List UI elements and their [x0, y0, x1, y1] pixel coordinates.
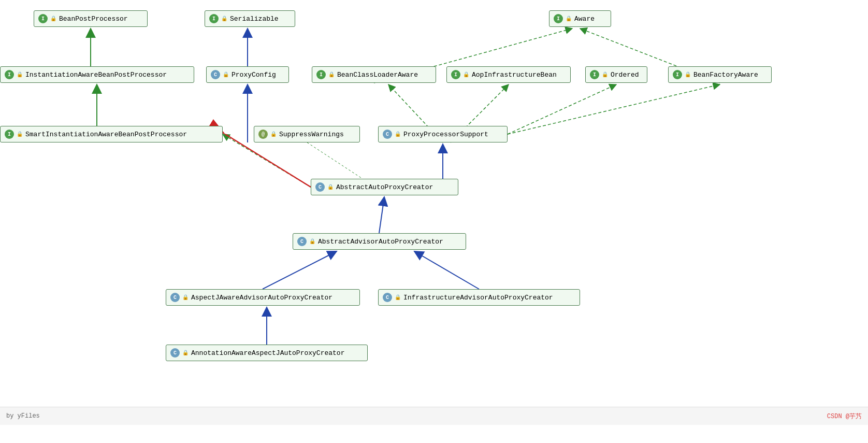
node-InfrastructureAdvisorAutoProxyCreator[interactable]: C🔒InfrastructureAdvisorAutoProxyCreator	[378, 289, 580, 306]
label-AspectJAwareAdvisorAutoProxyCreator: AspectJAwareAdvisorAutoProxyCreator	[191, 294, 332, 302]
label-AnnotationAwareAspectJAutoProxyCreator: AnnotationAwareAspectJAutoProxyCreator	[191, 349, 344, 357]
badge-InstantiationAwareBeanPostProcessor: I	[5, 70, 14, 79]
label-Ordered: Ordered	[611, 71, 639, 79]
label-BeanClassLoaderAware: BeanClassLoaderAware	[337, 71, 418, 79]
lock-icon-SmartInstantiationAwareBeanPostProcessor: 🔒	[17, 131, 23, 137]
label-ProxyConfig: ProxyConfig	[232, 71, 276, 79]
badge-AspectJAwareAdvisorAutoProxyCreator: C	[170, 293, 180, 302]
node-InstantiationAwareBeanPostProcessor[interactable]: I🔒InstantiationAwareBeanPostProcessor	[0, 66, 194, 83]
badge-Aware: I	[554, 14, 563, 23]
lock-icon-Aware: 🔒	[566, 16, 572, 22]
label-Serializable: Serializable	[230, 15, 279, 23]
badge-BeanFactoryAware: I	[673, 70, 682, 79]
label-ProxyProcessorSupport: ProxyProcessorSupport	[403, 131, 488, 138]
svg-line-20	[414, 251, 479, 289]
label-AbstractAutoProxyCreator: AbstractAutoProxyCreator	[336, 183, 433, 191]
label-SuppressWarnings: SuppressWarnings	[279, 131, 344, 138]
diagram-container: I🔒BeanPostProcessorI🔒SerializableI🔒Aware…	[0, 0, 868, 425]
label-AopInfrastructureBean: AopInfrastructureBean	[472, 71, 557, 79]
footer-right: CSDN @芋艿	[827, 412, 862, 421]
label-InfrastructureAdvisorAutoProxyCreator: InfrastructureAdvisorAutoProxyCreator	[403, 294, 553, 302]
badge-AopInfrastructureBean: I	[451, 70, 460, 79]
arrows-svg	[0, 0, 868, 425]
lock-icon-Ordered: 🔒	[602, 72, 608, 78]
node-AbstractAutoProxyCreator[interactable]: C🔒AbstractAutoProxyCreator	[311, 179, 458, 195]
lock-icon-InfrastructureAdvisorAutoProxyCreator: 🔒	[395, 294, 401, 301]
label-Aware: Aware	[574, 15, 595, 23]
lock-icon-AspectJAwareAdvisorAutoProxyCreator: 🔒	[182, 294, 189, 301]
node-AopInfrastructureBean[interactable]: I🔒AopInfrastructureBean	[446, 66, 571, 83]
badge-InfrastructureAdvisorAutoProxyCreator: C	[383, 293, 392, 302]
badge-AnnotationAwareAspectJAutoProxyCreator: C	[170, 348, 180, 358]
badge-SmartInstantiationAwareBeanPostProcessor: I	[5, 130, 14, 139]
badge-ProxyProcessorSupport: C	[383, 130, 392, 139]
lock-icon-BeanFactoryAware: 🔒	[685, 72, 691, 78]
node-SuppressWarnings[interactable]: @🔒SuppressWarnings	[254, 126, 360, 142]
lock-icon-AbstractAutoProxyCreator: 🔒	[327, 184, 334, 190]
lock-icon-BeanPostProcessor: 🔒	[50, 16, 56, 22]
svg-line-19	[263, 251, 337, 289]
node-AnnotationAwareAspectJAutoProxyCreator[interactable]: C🔒AnnotationAwareAspectJAutoProxyCreator	[166, 345, 368, 361]
lock-icon-AbstractAdvisorAutoProxyCreator: 🔒	[309, 238, 315, 245]
node-ProxyConfig[interactable]: C🔒ProxyConfig	[206, 66, 289, 83]
node-AspectJAwareAdvisorAutoProxyCreator[interactable]: C🔒AspectJAwareAdvisorAutoProxyCreator	[166, 289, 360, 306]
badge-Serializable: I	[209, 14, 219, 23]
node-AbstractAdvisorAutoProxyCreator[interactable]: C🔒AbstractAdvisorAutoProxyCreator	[293, 233, 466, 250]
lock-icon-ProxyProcessorSupport: 🔒	[395, 131, 401, 137]
label-InstantiationAwareBeanPostProcessor: InstantiationAwareBeanPostProcessor	[25, 71, 167, 79]
svg-line-12	[508, 84, 616, 134]
node-SmartInstantiationAwareBeanPostProcessor[interactable]: I🔒SmartInstantiationAwareBeanPostProcess…	[0, 126, 223, 142]
badge-AbstractAdvisorAutoProxyCreator: C	[297, 237, 307, 246]
badge-SuppressWarnings: @	[258, 130, 268, 139]
node-Serializable[interactable]: I🔒Serializable	[205, 10, 295, 27]
svg-line-14	[307, 142, 363, 179]
node-Ordered[interactable]: I🔒Ordered	[585, 66, 647, 83]
badge-ProxyConfig: C	[211, 70, 220, 79]
lock-icon-ProxyConfig: 🔒	[223, 72, 229, 78]
node-BeanFactoryAware[interactable]: I🔒BeanFactoryAware	[668, 66, 772, 83]
lock-icon-AnnotationAwareAspectJAutoProxyCreator: 🔒	[182, 350, 189, 356]
node-ProxyProcessorSupport[interactable]: C🔒ProxyProcessorSupport	[378, 126, 508, 142]
label-BeanFactoryAware: BeanFactoryAware	[693, 71, 758, 79]
node-BeanPostProcessor[interactable]: I🔒BeanPostProcessor	[34, 10, 148, 27]
badge-BeanPostProcessor: I	[38, 14, 48, 23]
badge-Ordered: I	[590, 70, 599, 79]
svg-line-18	[379, 197, 384, 233]
lock-icon-AopInfrastructureBean: 🔒	[463, 72, 469, 78]
label-SmartInstantiationAwareBeanPostProcessor: SmartInstantiationAwareBeanPostProcessor	[25, 131, 187, 138]
badge-BeanClassLoaderAware: I	[316, 70, 326, 79]
label-BeanPostProcessor: BeanPostProcessor	[59, 15, 128, 23]
node-BeanClassLoaderAware[interactable]: I🔒BeanClassLoaderAware	[312, 66, 436, 83]
lock-icon-Serializable: 🔒	[221, 16, 227, 22]
label-AbstractAdvisorAutoProxyCreator: AbstractAdvisorAutoProxyCreator	[318, 238, 443, 246]
footer-left: by yFiles	[6, 412, 40, 420]
lock-icon-SuppressWarnings: 🔒	[270, 131, 277, 137]
footer: by yFiles CSDN @芋艿	[0, 407, 868, 425]
node-Aware[interactable]: I🔒Aware	[549, 10, 611, 27]
svg-line-13	[508, 84, 720, 134]
lock-icon-BeanClassLoaderAware: 🔒	[328, 72, 335, 78]
lock-icon-InstantiationAwareBeanPostProcessor: 🔒	[17, 72, 23, 78]
badge-AbstractAutoProxyCreator: C	[315, 182, 325, 192]
